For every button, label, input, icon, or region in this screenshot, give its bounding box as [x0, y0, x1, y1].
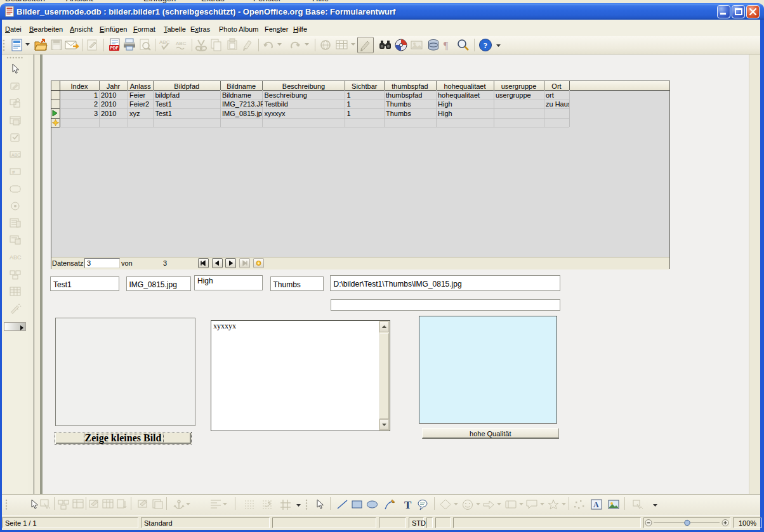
svg-text:ABC: ABC	[10, 254, 22, 261]
svg-text:T: T	[404, 499, 412, 511]
svg-text:ABC: ABC	[11, 153, 20, 157]
svg-text:A: A	[593, 500, 599, 509]
svg-text:PDF: PDF	[110, 46, 119, 50]
svg-text:ABC: ABC	[176, 41, 187, 46]
svg-text:¶: ¶	[444, 40, 449, 51]
svg-text:?: ?	[484, 41, 488, 50]
svg-text:#: #	[12, 169, 15, 175]
